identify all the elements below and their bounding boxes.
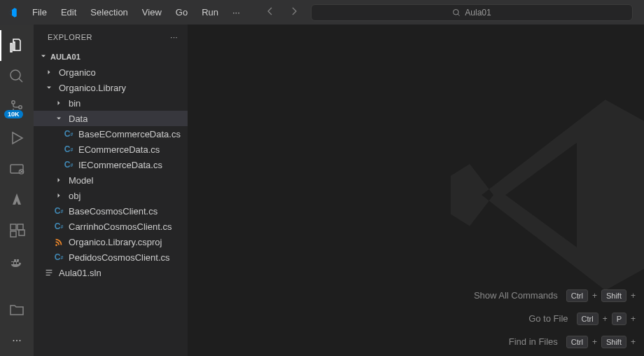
sidebar: EXPLORER ··· AULA01 OrganicoOrganico.Lib… [34, 25, 188, 356]
tree-item-label: IECommerceData.cs [78, 160, 162, 170]
shortcut-row: Show All CommandsCtrl+Shift+ [474, 284, 636, 307]
tree-folder[interactable]: Model [34, 172, 188, 188]
chevron-down-icon [39, 52, 48, 62]
tree-item-label: ECommerceData.cs [78, 144, 160, 155]
menu-run[interactable]: Run [196, 4, 224, 20]
svg-rect-7 [10, 224, 16, 230]
chevron-right-icon [53, 176, 64, 184]
chevron-right-icon [53, 191, 64, 200]
shortcut-keys: Ctrl+P+ [577, 313, 636, 325]
shortcut-row: Find in FilesCtrl+Shift+ [474, 330, 636, 353]
activity-bar: 10K ··· [0, 25, 34, 356]
tree-item-label: Organico.Library.csproj [69, 237, 162, 247]
menu-file[interactable]: File [27, 4, 52, 20]
tree-file[interactable]: C#BaseECommerceData.cs [34, 126, 188, 142]
tree-file[interactable]: C#ECommerceData.cs [34, 142, 188, 157]
shortcut-keys: Ctrl+Shift+ [566, 289, 636, 302]
keycap: Ctrl [577, 313, 598, 325]
tree-item-label: Organico [59, 67, 96, 78]
svg-point-4 [19, 106, 22, 109]
activity-search[interactable] [0, 61, 34, 92]
vscode-watermark-icon [434, 81, 644, 319]
keycap: P [612, 313, 626, 325]
activity-azure[interactable] [0, 184, 34, 215]
svg-rect-8 [18, 224, 23, 230]
svg-rect-9 [10, 231, 16, 237]
tree-item-label: BaseECommerceData.cs [78, 129, 181, 139]
menu-bar: File Edit Selection View Go Run ··· [27, 4, 246, 20]
menu-selection[interactable]: Selection [85, 4, 133, 20]
shortcut-label: Go to File [528, 313, 568, 324]
shortcuts-panel: Show All CommandsCtrl+Shift+Go to FileCt… [474, 284, 644, 356]
nav-back-icon[interactable] [265, 6, 276, 19]
activity-run-debug[interactable] [0, 123, 34, 153]
chevron-right-icon [53, 99, 64, 107]
shortcut-label: Show All Commands [474, 290, 558, 301]
tree-file[interactable]: Organico.Library.csproj [34, 234, 188, 249]
csharp-file-icon: C# [63, 129, 74, 139]
file-tree: AULA01 OrganicoOrganico.LibrarybinDataC#… [34, 49, 188, 356]
menu-view[interactable]: View [136, 4, 167, 20]
menu-go[interactable]: Go [170, 4, 193, 20]
tree-folder[interactable]: Data [34, 111, 188, 126]
chevron-down-icon [53, 114, 64, 123]
sidebar-title: EXPLORER [48, 33, 92, 41]
chevron-right-icon [43, 68, 55, 76]
tree-folder[interactable]: Organico.Library [34, 80, 188, 95]
csharp-file-icon: C# [63, 160, 74, 170]
tree-item-label: CarrinhoCosmosClient.cs [69, 221, 172, 232]
tree-file[interactable]: C#CarrinhoCosmosClient.cs [34, 219, 188, 234]
activity-folder[interactable] [0, 294, 34, 325]
csharp-file-icon: C# [53, 221, 64, 231]
activity-explorer[interactable] [0, 30, 34, 61]
svg-point-2 [12, 101, 15, 104]
activity-remote[interactable] [0, 153, 34, 184]
activity-docker[interactable] [0, 246, 34, 277]
vscode-logo-icon [6, 6, 18, 19]
keycap: Ctrl [566, 336, 588, 348]
sidebar-more-icon[interactable]: ··· [170, 33, 178, 41]
keycap: Shift [601, 336, 626, 348]
tree-item-label: Aula01.sln [59, 268, 102, 278]
titlebar: File Edit Selection View Go Run ··· Aula… [0, 0, 644, 25]
sidebar-header: EXPLORER ··· [34, 25, 188, 49]
svg-rect-10 [19, 230, 24, 235]
activity-extensions[interactable] [0, 215, 34, 246]
command-center-text: Aula01 [465, 8, 491, 18]
tree-item-label: obj [69, 191, 80, 201]
menu-edit[interactable]: Edit [55, 4, 82, 20]
svg-point-0 [454, 9, 459, 15]
search-icon [452, 8, 461, 17]
command-center[interactable]: Aula01 [311, 4, 633, 21]
tree-root[interactable]: AULA01 [34, 49, 188, 64]
shortcut-label: Find in Files [509, 336, 558, 347]
nav-forward-icon[interactable] [288, 6, 300, 19]
tree-file[interactable]: C#IECommerceData.cs [34, 157, 188, 172]
tree-file[interactable]: C#BaseCosmosClient.cs [34, 203, 188, 219]
csharp-file-icon: C# [53, 252, 64, 262]
tree-file[interactable]: C#PedidosCosmosClient.cs [34, 249, 188, 265]
chevron-down-icon [43, 83, 55, 92]
csharp-file-icon: C# [63, 144, 74, 154]
tree-root-label: AULA01 [50, 53, 80, 61]
shortcut-keys: Ctrl+Shift+ [566, 336, 636, 348]
tree-file[interactable]: Aula01.sln [34, 265, 188, 280]
activity-source-control[interactable]: 10K [0, 92, 34, 123]
tree-item-label: Organico.Library [59, 83, 126, 93]
tree-item-label: Data [69, 114, 88, 124]
activity-more[interactable]: ··· [0, 325, 34, 356]
keycap: Ctrl [566, 289, 588, 302]
keycap: Shift [601, 289, 626, 302]
svg-point-1 [10, 70, 20, 80]
shortcut-row: Go to FileCtrl+P+ [474, 307, 636, 330]
tree-folder[interactable]: bin [34, 95, 188, 111]
tree-folder[interactable]: obj [34, 188, 188, 203]
tree-item-label: BaseCosmosClient.cs [69, 206, 158, 217]
tree-item-label: PedidosCosmosClient.cs [69, 252, 170, 263]
csharp-file-icon: C# [53, 206, 64, 216]
tree-folder[interactable]: Organico [34, 64, 188, 80]
tree-item-label: Model [69, 175, 93, 186]
menu-more[interactable]: ··· [227, 4, 246, 20]
tree-item-label: bin [69, 98, 80, 109]
nav-arrows [253, 6, 311, 19]
